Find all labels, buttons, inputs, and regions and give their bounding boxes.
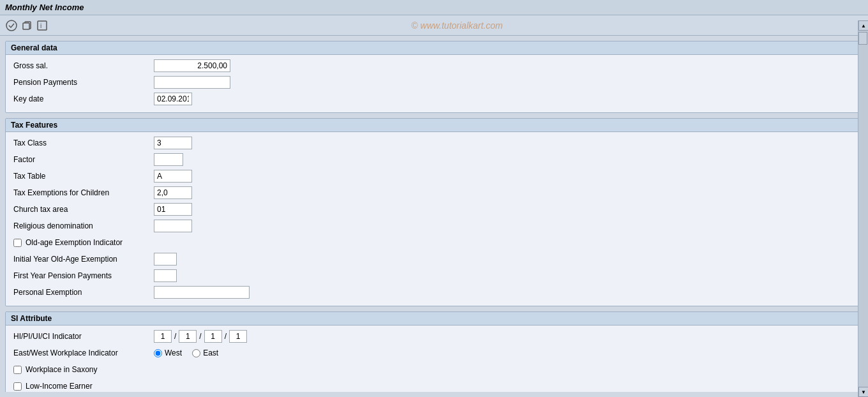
general-data-section: General data Gross sal. Pension Payments… <box>5 41 863 113</box>
tax-exemptions-label: Tax Exemptions for Children <box>13 188 154 197</box>
tax-exemptions-row: Tax Exemptions for Children <box>13 186 855 200</box>
key-date-input[interactable] <box>154 93 192 105</box>
copy-icon[interactable] <box>20 19 33 32</box>
hi-pi-inputs: / / / <box>154 330 247 343</box>
factor-label: Factor <box>13 155 154 164</box>
religious-row: Religious denomination <box>13 219 855 233</box>
pi-input[interactable] <box>179 330 197 343</box>
scroll-up-btn[interactable]: ▲ <box>858 20 868 31</box>
gross-sal-row: Gross sal. <box>13 59 855 73</box>
tax-features-header: Tax Features <box>6 119 862 132</box>
initial-year-row: Initial Year Old-Age Exemption <box>13 252 855 266</box>
church-tax-label: Church tax area <box>13 205 154 214</box>
gross-sal-input[interactable] <box>154 59 230 72</box>
general-data-body: Gross sal. Pension Payments Key date <box>6 55 862 112</box>
workplace-saxony-checkbox[interactable] <box>13 366 22 374</box>
toolbar: i © www.tutorialkart.com <box>0 15 868 36</box>
west-radio[interactable] <box>154 349 162 357</box>
east-radio[interactable] <box>192 349 200 357</box>
tax-class-label: Tax Class <box>13 139 154 147</box>
sep1: / <box>173 332 177 341</box>
svg-rect-2 <box>38 21 47 30</box>
church-tax-row: Church tax area <box>13 202 855 216</box>
scroll-down-btn[interactable]: ▼ <box>858 387 868 397</box>
scroll-track[interactable] <box>858 31 868 387</box>
west-label: West <box>165 348 182 357</box>
tax-exemptions-input[interactable] <box>154 186 192 199</box>
tax-class-input[interactable] <box>154 137 192 149</box>
svg-point-0 <box>6 20 17 31</box>
svg-rect-1 <box>23 23 29 29</box>
sep3: / <box>223 332 228 341</box>
factor-input[interactable] <box>154 153 183 166</box>
factor-row: Factor <box>13 153 855 167</box>
info-icon[interactable]: i <box>36 19 49 32</box>
tax-class-row: Tax Class <box>13 136 855 150</box>
ui-input[interactable] <box>204 330 222 343</box>
tax-features-body: Tax Class Factor Tax Table Tax Exemption… <box>6 132 862 306</box>
general-data-header: General data <box>6 41 862 55</box>
east-west-radio-group: West East <box>154 348 218 357</box>
east-west-row: East/West Workplace Indicator West East <box>13 346 855 360</box>
workplace-saxony-label: Workplace in Saxony <box>26 365 98 374</box>
pension-payments-input[interactable] <box>154 76 230 89</box>
tax-table-row: Tax Table <box>13 169 855 183</box>
pension-payments-row: Pension Payments <box>13 75 855 89</box>
east-radio-label[interactable]: East <box>192 348 218 357</box>
svg-text:i: i <box>40 22 41 29</box>
scrollbar[interactable]: ▲ ▼ <box>858 20 868 397</box>
initial-year-label: Initial Year Old-Age Exemption <box>13 255 154 264</box>
ci-input[interactable] <box>229 330 247 343</box>
first-year-input[interactable] <box>154 269 177 282</box>
initial-year-input[interactable] <box>154 253 177 266</box>
hi-input[interactable] <box>154 330 172 343</box>
page-title: Monthly Net Income <box>5 3 84 12</box>
main-content: General data Gross sal. Pension Payments… <box>0 36 868 392</box>
first-year-label: First Year Pension Payments <box>13 271 154 280</box>
first-year-row: First Year Pension Payments <box>13 269 855 283</box>
religious-label: Religious denomination <box>13 221 154 230</box>
personal-exemption-row: Personal Exemption <box>13 285 855 299</box>
tax-table-input[interactable] <box>154 170 192 183</box>
east-west-label: East/West Workplace Indicator <box>13 348 154 357</box>
pension-payments-label: Pension Payments <box>13 78 154 87</box>
old-age-label: Old-age Exemption Indicator <box>26 238 123 247</box>
religious-input[interactable] <box>154 220 192 232</box>
key-date-row: Key date <box>13 92 855 106</box>
personal-exemption-input[interactable] <box>154 286 250 299</box>
scroll-thumb[interactable] <box>858 32 867 45</box>
gross-sal-label: Gross sal. <box>13 61 154 70</box>
tax-features-section: Tax Features Tax Class Factor Tax Table … <box>5 118 863 306</box>
tax-table-label: Tax Table <box>13 172 154 181</box>
personal-exemption-label: Personal Exemption <box>13 288 154 297</box>
key-date-label: Key date <box>13 94 154 103</box>
si-attribute-body: HI/PI/UI/CI Indicator / / / East/West Wo… <box>6 326 862 392</box>
si-attribute-section: SI Attribute HI/PI/UI/CI Indicator / / / <box>5 311 863 392</box>
church-tax-input[interactable] <box>154 203 192 216</box>
title-bar: Monthly Net Income <box>0 0 868 15</box>
si-attribute-header: SI Attribute <box>6 312 862 326</box>
west-radio-label[interactable]: West <box>154 348 182 357</box>
hi-pi-row: HI/PI/UI/CI Indicator / / / <box>13 329 855 343</box>
low-income-label: Low-Income Earner <box>26 382 93 391</box>
old-age-row: Old-age Exemption Indicator <box>13 236 855 250</box>
hi-pi-label: HI/PI/UI/CI Indicator <box>13 332 154 341</box>
old-age-checkbox[interactable] <box>13 239 22 247</box>
workplace-saxony-row: Workplace in Saxony <box>13 363 855 377</box>
save-icon[interactable] <box>5 19 18 32</box>
watermark: © www.tutorialkart.com <box>51 20 863 31</box>
low-income-row: Low-Income Earner <box>13 379 855 392</box>
low-income-checkbox[interactable] <box>13 382 22 391</box>
sep2: / <box>198 332 202 341</box>
east-label: East <box>203 348 218 357</box>
